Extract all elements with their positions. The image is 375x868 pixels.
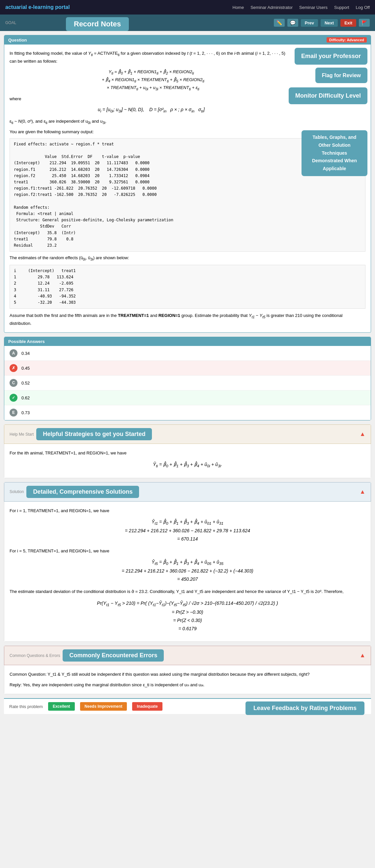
errors-label: Common Questions & Errors (9, 653, 60, 658)
feedback-tooltip: Leave Feedback by Rating Problems (245, 702, 365, 715)
goal-label: GOAL (5, 21, 16, 25)
errors-chevron-icon: ▲ (360, 652, 366, 659)
toolbar-icons: ✏️ 💬 Prev Next Exit 🚩 (274, 19, 370, 27)
inadequate-button[interactable]: Inadequate (132, 702, 162, 711)
flag-icon[interactable]: 🚩 (359, 19, 370, 27)
monitor-difficulty-tooltip[interactable]: Monitor Difficulty Level (289, 87, 367, 104)
help-equation: Ŷti = β̂0 + β̂1 + β̂3 + β̂4 + û0i + û3i. (9, 460, 366, 469)
pencil-icon[interactable]: ✏️ (274, 19, 285, 27)
answer-d[interactable]: ✓ 0.62 (4, 391, 371, 405)
answers-block: Possible Answers A 0.34 ✗ 0.45 C 0.52 ✓ … (4, 337, 371, 421)
answer-a-value: 0.34 (22, 351, 30, 356)
site-header: actuarial e-learning portal Home Seminar… (0, 0, 375, 14)
flag-review-tooltip[interactable]: Flag for Review (315, 68, 367, 83)
errors-tooltip: Commonly Encountered Errors (63, 649, 164, 661)
solution-section: Solution Detailed, Comprehensive Solutio… (4, 482, 371, 642)
nav-seminar-admin[interactable]: Seminar Administrator (250, 5, 293, 10)
errors-header[interactable]: Common Questions & Errors Commonly Encou… (4, 646, 371, 665)
estimates-intro: The estimates of the random effects (û0i… (9, 254, 366, 262)
tables-graphs-label: Tables, Graphs, and Other Solution Techn… (312, 134, 357, 171)
help-label: Help Me Start (9, 432, 34, 437)
epsilon-text: εti ~ N(0, σ²), and εti are independent … (9, 118, 366, 126)
chat-icon[interactable]: 💬 (287, 19, 298, 27)
difficulty-badge: Difficulty: Advanced (327, 37, 367, 42)
help-tooltip: Helpful Strategies to get you Started (36, 428, 152, 440)
tables-graphs-tooltip[interactable]: Tables, Graphs, and Other Solution Techn… (302, 130, 367, 176)
site-logo: actuarial e-learning portal (5, 4, 70, 10)
excellent-button[interactable]: Excellent (48, 702, 75, 711)
answer-b-value: 0.45 (22, 366, 30, 371)
main-content: Question Difficulty: Advanced Email your… (0, 31, 375, 718)
errors-section: Common Questions & Errors Commonly Encou… (4, 646, 371, 694)
answer-e-badge: E (9, 409, 18, 416)
footer-bar: Rate this problem Excellent Needs Improv… (4, 698, 371, 714)
answer-d-badge: ✓ (9, 394, 18, 402)
solution-header[interactable]: Solution Detailed, Comprehensive Solutio… (4, 482, 371, 502)
help-section: Help Me Start Helpful Strategies to get … (4, 425, 371, 478)
help-chevron-icon: ▲ (360, 431, 366, 438)
nav-logoff[interactable]: Log Off (356, 5, 370, 10)
next-button[interactable]: Next (320, 19, 338, 27)
random-effects-matrix: ui = [u0i; u3i] ~ N(0, D), D = [σ²in ρ ×… (9, 106, 366, 115)
record-notes-tooltip[interactable]: Record Notes (66, 17, 129, 31)
answer-c-badge: C (9, 379, 18, 387)
answer-b[interactable]: ✗ 0.45 (4, 361, 371, 376)
solution-i5-equation: Ŷt5 = β̂0 + β̂1 + β̂3 + β̂4 + û05 + û35 … (9, 558, 366, 583)
prev-button[interactable]: Prev (301, 19, 318, 27)
errors-body: Common Question: Y_t1 & Y_t5 still would… (4, 665, 371, 694)
errors-reply: Reply: Yes, they are independent using t… (9, 681, 366, 689)
answer-c[interactable]: C 0.52 (4, 376, 371, 391)
exit-button[interactable]: Exit (340, 19, 356, 27)
solution-i1-intro: For i = 1, TREATMENT=1, and REGION=1, we… (9, 507, 366, 515)
solution-label: Solution (9, 489, 24, 494)
answers-header: Possible Answers (4, 337, 371, 346)
logo-suffix: portal (54, 4, 70, 10)
solution-i1-equation: Ŷt1 = β̂0 + β̂1 + β̂3 + β̂4 + û01 + û31 … (9, 518, 366, 543)
answer-c-value: 0.52 (22, 380, 30, 385)
answer-a-badge: A (9, 349, 18, 357)
help-header[interactable]: Help Me Start Helpful Strategies to get … (4, 425, 371, 444)
question-final: Assume that both the first and the fifth… (9, 312, 366, 327)
logo-plain: actuarial (5, 4, 28, 10)
nav-support[interactable]: Support (334, 5, 349, 10)
question-label: Question (8, 38, 27, 42)
help-body-text: For the ith animal, TREATMENT=1, and REG… (9, 449, 366, 457)
answer-e-value: 0.73 (22, 410, 30, 415)
solution-probability-equation: Pr(Yt1 − Yt5 > 210) = Pr( (Yt1−Ŷt1)−(Yt5… (9, 598, 366, 633)
rate-label: Rate this problem (9, 704, 43, 709)
email-professor-tooltip[interactable]: Email your Professor (295, 48, 367, 65)
solution-i5-intro: For i = 5, TREATMENT=1, and REGION=1, we… (9, 547, 366, 555)
solution-chevron-icon: ▲ (360, 488, 366, 495)
nav-home[interactable]: Home (233, 5, 244, 10)
random-effects-table: i (Intercept) treat1 1 29.78 113.624 2 1… (9, 265, 366, 309)
nav-seminar-users[interactable]: Seminar Users (299, 5, 328, 10)
answer-e[interactable]: E 0.73 (4, 405, 371, 420)
answer-b-badge: ✗ (9, 364, 18, 372)
answer-a[interactable]: A 0.34 (4, 346, 371, 361)
needs-improvement-button[interactable]: Needs Improvement (80, 702, 127, 711)
question-block: Question Difficulty: Advanced Email your… (4, 35, 371, 333)
question-header: Question Difficulty: Advanced (4, 35, 371, 44)
toolbar: GOAL Record Notes ✏️ 💬 Prev Next Exit 🚩 (0, 14, 375, 31)
solution-tooltip: Detailed, Comprehensive Solutions (26, 486, 139, 498)
solution-estimate-text: The estimate standard deviation of the c… (9, 588, 366, 595)
question-body: Email your Professor Flag for Review Mon… (4, 44, 371, 333)
help-body: For the ith animal, TREATMENT=1, and REG… (4, 444, 371, 478)
logo-highlight: e-learning (28, 4, 54, 10)
errors-question: Common Question: Y_t1 & Y_t5 still would… (9, 671, 366, 678)
solution-body: For i = 1, TREATMENT=1, and REGION=1, we… (4, 502, 371, 642)
nav-bar: Home Seminar Administrator Seminar Users… (233, 5, 370, 10)
answer-d-value: 0.62 (22, 395, 30, 400)
